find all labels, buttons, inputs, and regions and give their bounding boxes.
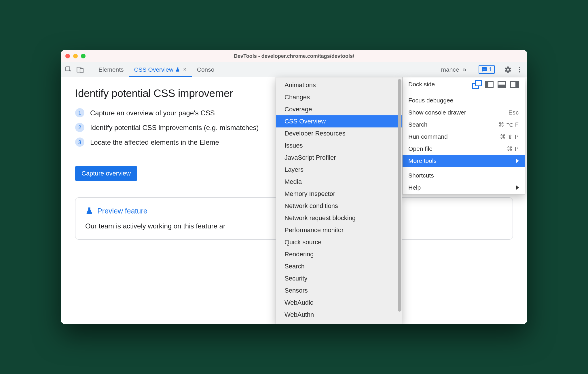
menu-shortcut: ⌘ ⇧ P xyxy=(500,133,519,140)
menu-item-open-file[interactable]: Open file ⌘ P xyxy=(403,143,525,155)
menu-label: Help xyxy=(408,184,421,191)
more-tools-item-layers[interactable]: Layers xyxy=(276,164,402,176)
more-tools-item-memory-inspector[interactable]: Memory Inspector xyxy=(276,188,402,200)
maximize-window-button[interactable] xyxy=(81,54,86,58)
item-label: Quick source xyxy=(284,238,321,246)
item-label: Network request blocking xyxy=(284,214,356,222)
menu-label: Shortcuts xyxy=(408,172,434,179)
close-window-button[interactable] xyxy=(65,54,70,58)
tab-overflow-fragment[interactable]: mance xyxy=(441,66,459,73)
menu-item-shortcuts[interactable]: Shortcuts xyxy=(403,169,525,182)
feedback-icon xyxy=(481,67,487,72)
step-text: Capture an overview of your page's CSS xyxy=(90,108,215,118)
more-tools-item-javascript-profiler[interactable]: JavaScript Profiler xyxy=(276,152,402,164)
devtools-toolbar: Elements CSS Overview × Conso mance » 1 xyxy=(61,62,527,77)
more-tools-item-sensors[interactable]: Sensors xyxy=(276,285,402,297)
dock-bottom-icon[interactable] xyxy=(498,81,506,88)
dock-undock-icon[interactable] xyxy=(472,81,481,88)
menu-label: Focus debuggee xyxy=(408,97,453,104)
menu-item-help[interactable]: Help xyxy=(403,182,525,194)
item-label: Security xyxy=(284,275,307,282)
more-tools-item-animations[interactable]: Animations xyxy=(276,79,402,91)
item-label: Animations xyxy=(284,81,316,89)
svg-point-3 xyxy=(519,67,520,68)
item-label: Rendering xyxy=(284,251,314,258)
traffic-lights xyxy=(65,54,86,58)
more-tools-item-coverage[interactable]: Coverage xyxy=(276,103,402,115)
more-tools-item-webauthn[interactable]: WebAuthn xyxy=(276,309,402,321)
item-label: Performance monitor xyxy=(284,226,344,234)
tab-console[interactable]: Conso xyxy=(192,62,220,77)
menu-item-search[interactable]: Search ⌘ ⌥ F xyxy=(403,119,525,131)
more-tools-item-rendering[interactable]: Rendering xyxy=(276,248,402,260)
minimize-window-button[interactable] xyxy=(73,54,78,58)
svg-rect-2 xyxy=(80,68,83,72)
svg-point-5 xyxy=(519,71,520,72)
item-label: What's New xyxy=(284,323,318,324)
inspect-icon[interactable] xyxy=(64,65,73,75)
more-tools-item-webaudio[interactable]: WebAudio xyxy=(276,297,402,309)
dock-left-icon[interactable] xyxy=(485,81,494,88)
devtools-window: DevTools - developer.chrome.com/tags/dev… xyxy=(61,50,527,324)
more-tools-item-changes[interactable]: Changes xyxy=(276,91,402,103)
overflow-tabs-button[interactable]: » xyxy=(461,66,466,74)
beaker-icon xyxy=(175,67,180,72)
menu-label: Open file xyxy=(408,145,433,152)
item-label: WebAudio xyxy=(284,299,314,306)
issues-count: 1 xyxy=(489,66,492,73)
item-label: Memory Inspector xyxy=(284,190,335,197)
more-tools-item-search[interactable]: Search xyxy=(276,260,402,272)
more-tools-item-issues[interactable]: Issues xyxy=(276,140,402,152)
settings-gear-icon[interactable] xyxy=(503,65,513,75)
chevron-right-icon xyxy=(516,185,519,190)
menu-item-run-command[interactable]: Run command ⌘ ⇧ P xyxy=(403,131,525,143)
item-label: Network conditions xyxy=(284,202,338,209)
scrollbar-thumb[interactable] xyxy=(398,79,401,312)
dock-right-icon[interactable] xyxy=(510,81,519,88)
issues-badge[interactable]: 1 xyxy=(479,65,495,74)
dock-side-label: Dock side xyxy=(408,81,435,88)
dock-side-options xyxy=(472,81,519,88)
settings-dropdown-menu: Dock side Focus debuggee Show console dr… xyxy=(402,77,525,194)
preview-body-prefix: Our team is actively working on this fea… xyxy=(85,222,225,230)
tab-elements[interactable]: Elements xyxy=(93,62,129,77)
more-tools-item-whats-new[interactable]: What's New xyxy=(276,321,402,324)
kebab-menu-icon[interactable] xyxy=(515,65,524,75)
more-tools-item-network-request-blocking[interactable]: Network request blocking xyxy=(276,212,402,224)
tab-label: CSS Overview xyxy=(134,66,174,73)
more-tools-scroll[interactable]: Animations Changes Coverage CSS Overview… xyxy=(276,77,402,324)
item-label: Media xyxy=(284,178,302,185)
menu-label: Search xyxy=(408,121,428,128)
more-tools-item-developer-resources[interactable]: Developer Resources xyxy=(276,127,402,140)
item-label: JavaScript Profiler xyxy=(284,154,336,161)
item-label: CSS Overview xyxy=(284,118,326,125)
beaker-icon xyxy=(85,207,93,215)
tab-css-overview[interactable]: CSS Overview × xyxy=(129,62,192,77)
step-text: Locate the affected elements in the Elem… xyxy=(90,137,219,148)
menu-shortcut: Esc xyxy=(509,109,519,116)
menu-item-show-console-drawer[interactable]: Show console drawer Esc xyxy=(403,106,525,119)
titlebar: DevTools - developer.chrome.com/tags/dev… xyxy=(61,50,527,62)
window-title: DevTools - developer.chrome.com/tags/dev… xyxy=(61,53,527,59)
more-tools-item-media[interactable]: Media xyxy=(276,176,402,188)
more-tools-item-network-conditions[interactable]: Network conditions xyxy=(276,200,402,212)
menu-item-more-tools[interactable]: More tools xyxy=(403,155,525,167)
more-tools-item-css-overview[interactable]: CSS Overview xyxy=(276,115,402,127)
item-label: Developer Resources xyxy=(284,130,346,137)
more-tools-item-quick-source[interactable]: Quick source xyxy=(276,236,402,248)
toolbar-separator xyxy=(89,66,89,73)
more-tools-item-security[interactable]: Security xyxy=(276,272,402,285)
toolbar-separator xyxy=(499,66,499,73)
menu-item-focus-debuggee[interactable]: Focus debuggee xyxy=(403,94,525,106)
close-icon[interactable]: × xyxy=(183,66,187,73)
more-tools-item-performance-monitor[interactable]: Performance monitor xyxy=(276,224,402,236)
tab-label: Conso xyxy=(197,66,215,73)
svg-point-4 xyxy=(519,69,520,70)
item-label: WebAuthn xyxy=(284,311,314,318)
menu-label: More tools xyxy=(408,157,437,164)
chevron-right-icon xyxy=(516,159,519,163)
device-toggle-icon[interactable] xyxy=(75,65,85,75)
more-tools-submenu: Animations Changes Coverage CSS Overview… xyxy=(276,77,402,324)
menu-label: Run command xyxy=(408,133,448,140)
capture-overview-button[interactable]: Capture overview xyxy=(75,166,137,181)
